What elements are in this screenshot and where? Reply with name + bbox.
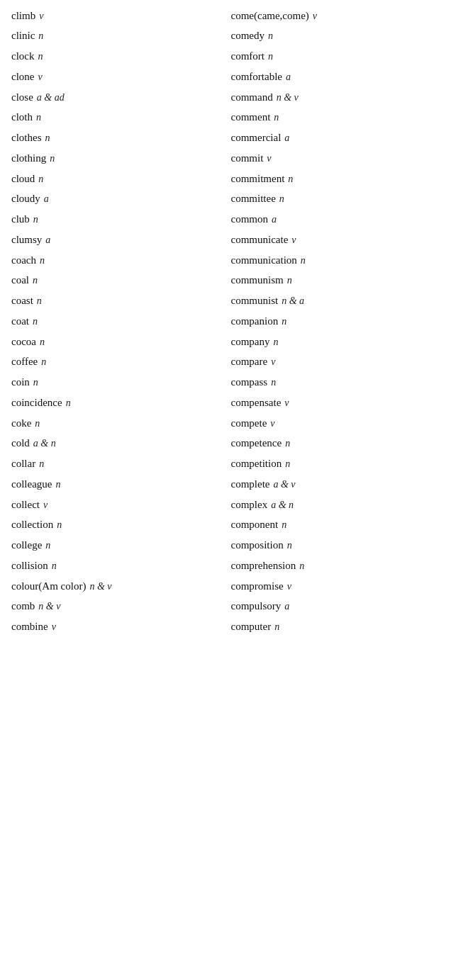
list-item: colda & n [9,434,228,454]
word-label: competition [231,456,282,472]
pos-label: v [291,233,296,247]
list-item: clumsya [9,230,228,250]
pos-label: v [52,620,56,634]
word-label: clumsy [11,232,42,248]
pos-label: a & ad [37,91,65,105]
list-item: combn & v [9,597,228,617]
list-item: coinn [9,373,228,393]
list-item: colleaguen [9,474,228,495]
word-label: clothes [11,130,42,146]
pos-label: n [33,213,38,227]
list-item: comfortablea [228,67,448,87]
list-item: companyn [228,332,448,352]
word-label: coat [11,314,29,330]
list-item: compositionn [228,536,448,556]
word-label: combine [11,619,48,635]
word-label: commercial [231,130,282,146]
word-label: collection [11,517,53,533]
list-item: coken [9,413,228,434]
word-label: component [231,517,279,533]
pos-label: a [284,131,289,145]
pos-label: n [38,50,43,64]
pos-label: v [38,70,42,84]
pos-label: n [33,315,38,329]
list-item: coastn [9,291,228,312]
word-label: college [11,538,42,553]
pos-label: n [33,376,38,390]
pos-label: n [39,457,44,471]
pos-label: v [43,498,48,512]
word-label: company [231,334,270,350]
list-item: clothesn [9,128,228,149]
word-label: compass [231,375,268,390]
list-item: compassn [228,373,448,393]
word-label: collision [11,558,48,574]
word-label: communism [231,273,284,288]
pos-label: n & v [89,580,111,594]
pos-label: a & n [271,498,294,512]
word-label: complete [231,477,270,492]
pos-label: a & v [273,478,295,492]
list-item: communismn [228,271,448,291]
dictionary-grid: climbvclinicnclocknclonevclosea & adclot… [0,0,456,643]
pos-label: n [57,518,62,532]
word-label: close [11,90,33,106]
pos-label: n [38,29,43,43]
pos-label: v [39,9,43,23]
list-item: clonev [9,67,228,87]
list-item: commitmentn [228,169,448,189]
word-label: cloudy [11,191,40,207]
word-label: compensate [231,395,282,411]
word-label: collect [11,497,40,513]
list-item: clothingn [9,148,228,169]
word-label: communicate [231,232,289,248]
word-label: cold [11,436,30,451]
pos-label: v [270,417,274,431]
pos-label: n [50,152,55,166]
list-item: communicatev [228,230,448,250]
pos-label: a [284,599,289,614]
pos-label: n [274,111,279,125]
pos-label: n [288,172,293,186]
list-item: compromisev [228,576,448,597]
list-item: compulsorya [228,597,448,617]
pos-label: n [40,335,45,349]
pos-label: n [40,254,45,268]
word-label: cloud [11,171,35,187]
pos-label: n [268,50,273,64]
list-item: clothn [9,108,228,128]
pos-label: n & v [38,599,60,614]
word-label: compete [231,416,267,432]
word-label: club [11,212,30,227]
word-label: comment [231,110,271,125]
word-label: compromise [231,579,284,595]
word-label: command [231,90,273,106]
pos-label: n [301,254,306,268]
word-label: clinic [11,28,35,44]
word-label: come(came,come) [231,9,309,24]
list-item: collisionn [9,556,228,576]
word-label: climb [11,9,35,24]
word-label: coke [11,416,31,432]
word-label: communist [231,293,279,309]
pos-label: n [55,478,60,492]
list-item: clubn [9,210,228,230]
pos-label: n [287,539,292,553]
list-item: come(came,come)v [228,6,448,26]
word-label: coach [11,253,36,269]
pos-label: n [35,417,40,431]
pos-label: n [45,131,50,145]
pos-label: a [45,233,50,247]
list-item: comprehensionn [228,556,448,576]
list-item: commona [228,210,448,230]
word-label: committee [231,191,276,207]
list-item: completea & v [228,474,448,495]
pos-label: n [37,294,42,308]
list-item: commerciala [228,128,448,149]
word-label: clock [11,49,34,64]
list-item: commitv [228,148,448,169]
list-item: competitionn [228,454,448,475]
pos-label: n [279,192,284,206]
word-label: companion [231,314,279,330]
pos-label: n [268,29,273,43]
